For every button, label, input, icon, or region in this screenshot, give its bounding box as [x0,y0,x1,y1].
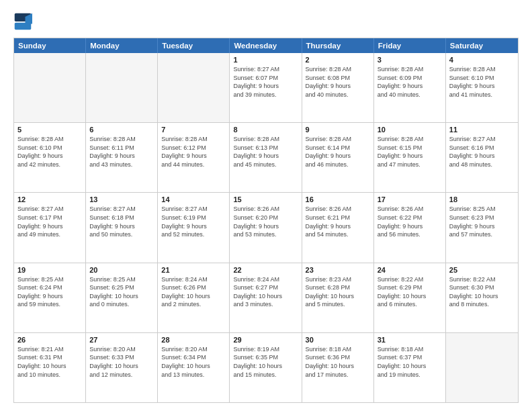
day-cell: 27Sunrise: 8:20 AM Sunset: 6:33 PM Dayli… [86,333,158,402]
day-cell: 1Sunrise: 8:27 AM Sunset: 6:07 PM Daylig… [230,53,302,122]
day-cell: 15Sunrise: 8:26 AM Sunset: 6:20 PM Dayli… [230,193,302,262]
day-cell [446,333,518,402]
day-number: 12 [17,195,82,203]
day-cell: 8Sunrise: 8:28 AM Sunset: 6:13 PM Daylig… [230,123,302,192]
week-row-1: 1Sunrise: 8:27 AM Sunset: 6:07 PM Daylig… [14,53,518,122]
day-number: 15 [233,195,298,203]
day-number: 18 [449,195,515,203]
logo-icon [13,12,32,31]
day-cell: 17Sunrise: 8:26 AM Sunset: 6:22 PM Dayli… [374,193,446,262]
day-info: Sunrise: 8:18 AM Sunset: 6:36 PM Dayligh… [306,345,370,379]
day-info: Sunrise: 8:28 AM Sunset: 6:12 PM Dayligh… [161,135,226,169]
day-cell: 6Sunrise: 8:28 AM Sunset: 6:11 PM Daylig… [86,123,158,192]
header [13,12,519,31]
day-number: 2 [306,56,370,64]
day-number: 7 [161,126,226,134]
day-cell: 29Sunrise: 8:19 AM Sunset: 6:35 PM Dayli… [230,333,302,402]
day-info: Sunrise: 8:18 AM Sunset: 6:37 PM Dayligh… [378,345,442,379]
day-cell: 5Sunrise: 8:28 AM Sunset: 6:10 PM Daylig… [14,123,86,192]
day-info: Sunrise: 8:25 AM Sunset: 6:25 PM Dayligh… [89,275,154,309]
day-info: Sunrise: 8:27 AM Sunset: 6:07 PM Dayligh… [233,65,298,99]
day-cell: 25Sunrise: 8:22 AM Sunset: 6:30 PM Dayli… [446,263,518,332]
day-number: 5 [17,126,82,134]
day-cell: 18Sunrise: 8:25 AM Sunset: 6:23 PM Dayli… [446,193,518,262]
day-cell: 21Sunrise: 8:24 AM Sunset: 6:26 PM Dayli… [158,263,230,332]
day-cell: 30Sunrise: 8:18 AM Sunset: 6:36 PM Dayli… [302,333,374,402]
day-cell [86,53,158,122]
day-cell: 3Sunrise: 8:28 AM Sunset: 6:09 PM Daylig… [374,53,446,122]
day-info: Sunrise: 8:28 AM Sunset: 6:08 PM Dayligh… [306,65,370,99]
week-row-4: 19Sunrise: 8:25 AM Sunset: 6:24 PM Dayli… [14,263,518,332]
day-header-thursday: Thursday [302,38,374,53]
day-info: Sunrise: 8:19 AM Sunset: 6:35 PM Dayligh… [233,345,298,379]
day-header-sunday: Sunday [14,38,86,53]
day-info: Sunrise: 8:24 AM Sunset: 6:26 PM Dayligh… [161,275,226,309]
day-cell: 12Sunrise: 8:27 AM Sunset: 6:17 PM Dayli… [14,193,86,262]
day-info: Sunrise: 8:28 AM Sunset: 6:09 PM Dayligh… [378,65,442,99]
day-number: 6 [89,126,154,134]
day-cell: 31Sunrise: 8:18 AM Sunset: 6:37 PM Dayli… [374,333,446,402]
day-number: 8 [233,126,298,134]
day-info: Sunrise: 8:24 AM Sunset: 6:27 PM Dayligh… [233,275,298,309]
day-info: Sunrise: 8:26 AM Sunset: 6:21 PM Dayligh… [306,205,370,238]
day-info: Sunrise: 8:22 AM Sunset: 6:30 PM Dayligh… [449,275,515,309]
day-cell: 24Sunrise: 8:22 AM Sunset: 6:29 PM Dayli… [374,263,446,332]
day-info: Sunrise: 8:28 AM Sunset: 6:15 PM Dayligh… [378,135,442,169]
day-cell [158,53,230,122]
day-cell: 4Sunrise: 8:28 AM Sunset: 6:10 PM Daylig… [446,53,518,122]
day-info: Sunrise: 8:25 AM Sunset: 6:24 PM Dayligh… [17,275,82,309]
day-number: 13 [89,195,154,203]
day-info: Sunrise: 8:27 AM Sunset: 6:17 PM Dayligh… [17,205,82,238]
day-number: 27 [89,336,154,344]
day-cell: 28Sunrise: 8:20 AM Sunset: 6:34 PM Dayli… [158,333,230,402]
day-header-wednesday: Wednesday [230,38,302,53]
day-header-friday: Friday [374,38,446,53]
day-info: Sunrise: 8:26 AM Sunset: 6:22 PM Dayligh… [378,205,442,238]
day-cell: 20Sunrise: 8:25 AM Sunset: 6:25 PM Dayli… [86,263,158,332]
day-number: 1 [233,56,298,64]
week-row-5: 26Sunrise: 8:21 AM Sunset: 6:31 PM Dayli… [14,332,518,402]
day-cell: 13Sunrise: 8:27 AM Sunset: 6:18 PM Dayli… [86,193,158,262]
day-headers: SundayMondayTuesdayWednesdayThursdayFrid… [14,38,518,53]
day-info: Sunrise: 8:26 AM Sunset: 6:20 PM Dayligh… [233,205,298,238]
day-header-monday: Monday [86,38,158,53]
day-number: 21 [161,266,226,274]
day-info: Sunrise: 8:28 AM Sunset: 6:13 PM Dayligh… [233,135,298,169]
day-number: 31 [378,336,442,344]
day-cell: 7Sunrise: 8:28 AM Sunset: 6:12 PM Daylig… [158,123,230,192]
day-number: 17 [378,195,442,203]
day-number: 30 [306,336,370,344]
day-number: 4 [449,56,515,64]
day-cell: 14Sunrise: 8:27 AM Sunset: 6:19 PM Dayli… [158,193,230,262]
page: SundayMondayTuesdayWednesdayThursdayFrid… [0,0,532,411]
logo [13,12,35,31]
day-number: 11 [449,126,515,134]
day-cell [14,53,86,122]
day-cell: 22Sunrise: 8:24 AM Sunset: 6:27 PM Dayli… [230,263,302,332]
calendar-body: 1Sunrise: 8:27 AM Sunset: 6:07 PM Daylig… [14,53,518,402]
day-cell: 26Sunrise: 8:21 AM Sunset: 6:31 PM Dayli… [14,333,86,402]
calendar: SundayMondayTuesdayWednesdayThursdayFrid… [13,38,519,403]
day-number: 23 [306,266,370,274]
day-cell: 9Sunrise: 8:28 AM Sunset: 6:14 PM Daylig… [302,123,374,192]
day-cell: 16Sunrise: 8:26 AM Sunset: 6:21 PM Dayli… [302,193,374,262]
day-info: Sunrise: 8:27 AM Sunset: 6:19 PM Dayligh… [161,205,226,238]
day-info: Sunrise: 8:27 AM Sunset: 6:18 PM Dayligh… [89,205,154,238]
day-number: 22 [233,266,298,274]
day-number: 25 [449,266,515,274]
day-header-tuesday: Tuesday [158,38,230,53]
day-info: Sunrise: 8:20 AM Sunset: 6:34 PM Dayligh… [161,345,226,379]
day-info: Sunrise: 8:22 AM Sunset: 6:29 PM Dayligh… [378,275,442,309]
day-number: 14 [161,195,226,203]
day-cell: 11Sunrise: 8:27 AM Sunset: 6:16 PM Dayli… [446,123,518,192]
day-cell: 2Sunrise: 8:28 AM Sunset: 6:08 PM Daylig… [302,53,374,122]
day-number: 16 [306,195,370,203]
day-number: 24 [378,266,442,274]
day-number: 3 [378,56,442,64]
day-info: Sunrise: 8:28 AM Sunset: 6:10 PM Dayligh… [449,65,515,99]
day-cell: 10Sunrise: 8:28 AM Sunset: 6:15 PM Dayli… [374,123,446,192]
day-number: 26 [17,336,82,344]
day-info: Sunrise: 8:28 AM Sunset: 6:14 PM Dayligh… [306,135,370,169]
day-info: Sunrise: 8:28 AM Sunset: 6:11 PM Dayligh… [89,135,154,169]
day-cell: 19Sunrise: 8:25 AM Sunset: 6:24 PM Dayli… [14,263,86,332]
